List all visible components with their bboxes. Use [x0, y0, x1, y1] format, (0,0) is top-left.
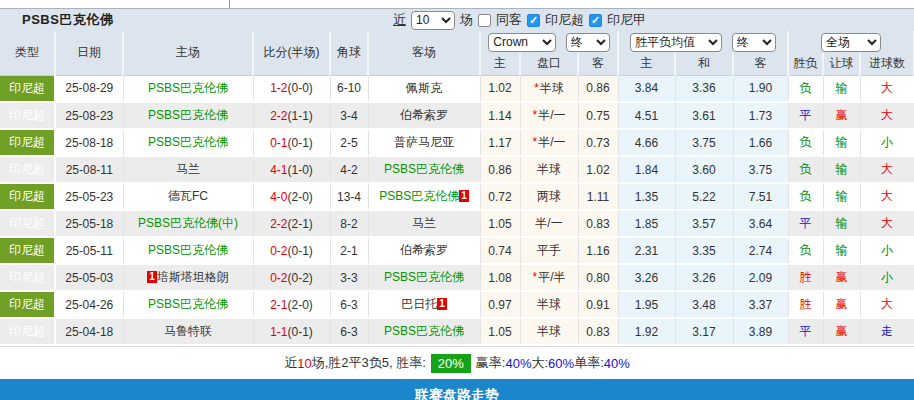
odds-away-cell: 0.80 — [578, 264, 618, 291]
avg-draw-cell: 3.75 — [675, 129, 733, 156]
league2-checkbox[interactable] — [589, 14, 602, 27]
home-team-name[interactable]: 培斯塔坦格朗 — [157, 270, 229, 284]
away-team-name[interactable]: 马兰 — [412, 216, 436, 230]
odds-home-cell: 0.72 — [480, 183, 520, 210]
date-cell: 25-04-26 — [55, 291, 123, 318]
league1-label: 印尼超 — [545, 11, 584, 29]
home-team-name[interactable]: PSBS巴克伦佛 — [148, 81, 228, 95]
result-mark: 负 — [800, 135, 812, 149]
odds-home-cell: 1.05 — [480, 318, 520, 345]
league1-checkbox[interactable] — [527, 14, 540, 27]
away-team-name[interactable]: PSBS巴克伦佛 — [384, 270, 464, 284]
fulltime-score: 4-0 — [270, 190, 287, 204]
score-cell: 0-2(0-1) — [253, 237, 330, 264]
final-select-1[interactable]: 终 — [566, 33, 610, 52]
match-row: 印尼超25-05-11PSBS巴克伦佛0-2(0-1)2-1伯希索罗0.74平手… — [0, 237, 914, 264]
avg-select[interactable]: 胜平负均值 — [630, 33, 722, 52]
fulltime-score: 0-2 — [270, 244, 287, 258]
result-wdl-cell: 胜 — [788, 264, 823, 291]
result-mark: 输 — [836, 189, 848, 203]
away-team-cell: 佩斯克 — [368, 75, 480, 102]
corner-cell: 3-3 — [330, 264, 368, 291]
home-team-name[interactable]: PSBS巴克伦佛 — [148, 108, 228, 122]
away-team-name[interactable]: 佩斯克 — [406, 81, 442, 95]
home-team-name[interactable]: PSBS巴克伦佛 — [148, 297, 228, 311]
score-cell: 1-2(0-0) — [253, 75, 330, 102]
league-cell: 印尼超 — [0, 291, 55, 318]
result-wdl-cell: 负 — [788, 129, 823, 156]
recent-count-select[interactable]: 10 — [411, 11, 455, 30]
col-res-wdl: 胜负 — [788, 53, 823, 75]
company-select[interactable]: Crown — [488, 33, 556, 52]
avg-away-cell: 3.75 — [733, 156, 788, 183]
home-team-name[interactable]: PSBS巴克伦佛 — [148, 135, 228, 149]
result-mark: 大 — [881, 216, 893, 230]
league-cell: 印尼超 — [0, 156, 55, 183]
same-away-checkbox[interactable] — [478, 14, 491, 27]
away-team-name[interactable]: PSBS巴克伦佛 — [379, 189, 459, 203]
bottom-bar-title[interactable]: 联赛盘路走势 — [0, 379, 914, 400]
corner-cell: 13-4 — [330, 183, 368, 210]
handicap-line-cell: 半球 — [520, 291, 578, 318]
result-goals-cell: 大 — [860, 156, 914, 183]
away-team-name[interactable]: PSBS巴克伦佛 — [384, 324, 464, 338]
league-cell: 印尼超 — [0, 102, 55, 129]
result-mark: 走 — [881, 324, 893, 338]
avg-home-cell: 1.85 — [618, 210, 675, 237]
result-mark: 胜 — [800, 297, 812, 311]
col-corner: 角球 — [330, 31, 368, 75]
handicap-line: 半球 — [537, 162, 561, 176]
avg-away-cell: 2.74 — [733, 237, 788, 264]
odds-away-cell: 0.75 — [578, 102, 618, 129]
away-team-name[interactable]: 普萨马尼亚 — [394, 135, 454, 149]
recent-link[interactable]: 近 — [393, 11, 406, 29]
avg-draw-cell: 3.61 — [675, 102, 733, 129]
result-mark: 负 — [800, 81, 812, 95]
result-mark: 大 — [881, 297, 893, 311]
odds-away-cell: 0.91 — [578, 291, 618, 318]
stats-segment: 场,胜2平3负5, 胜率: — [312, 354, 426, 372]
fulltime-score: 2-2 — [270, 109, 287, 123]
match-row: 印尼超25-08-18PSBS巴克伦佛0-1(0-1)2-5普萨马尼亚1.17*… — [0, 129, 914, 156]
halftime-score: (0-1) — [288, 244, 313, 258]
away-team-cell: 马兰 — [368, 210, 480, 237]
handicap-line-cell: 半球 — [520, 156, 578, 183]
scope-select[interactable]: 全场 — [821, 33, 881, 52]
home-team-name[interactable]: 马兰 — [176, 162, 200, 176]
league-cell: 印尼超 — [0, 318, 55, 345]
result-goals-cell: 大 — [860, 75, 914, 102]
score-cell: 4-1(1-0) — [253, 156, 330, 183]
league-cell: 印尼超 — [0, 264, 55, 291]
fulltime-score: 0-1 — [270, 136, 287, 150]
avg-draw-cell: 3.17 — [675, 318, 733, 345]
avg-away-cell: 3.89 — [733, 318, 788, 345]
avg-home-cell: 2.31 — [618, 237, 675, 264]
col-odds-away: 客 — [578, 53, 618, 75]
avg-select-group: 胜平负均值 终 — [618, 31, 788, 53]
home-team-name[interactable]: PSBS巴克伦佛 — [148, 243, 228, 257]
away-team-name[interactable]: 伯希索罗 — [400, 108, 448, 122]
odds-home-cell: 0.86 — [480, 156, 520, 183]
final-select-2[interactable]: 终 — [732, 33, 776, 52]
date-cell: 25-08-23 — [55, 102, 123, 129]
avg-home-cell: 1.92 — [618, 318, 675, 345]
col-home: 主场 — [123, 31, 253, 75]
handicap-line-cell: 半球 — [520, 318, 578, 345]
stats-summary: 近10场,胜2平3负5, 胜率:20%赢率:40% 大:60% 单率:40% — [0, 346, 914, 379]
result-mark: 赢 — [836, 297, 848, 311]
away-team-name[interactable]: 巴日托 — [401, 297, 437, 311]
away-team-name[interactable]: PSBS巴克伦佛 — [384, 162, 464, 176]
home-team-name[interactable]: PSBS巴克伦佛(中) — [138, 216, 238, 230]
avg-home-cell: 1.84 — [618, 156, 675, 183]
odds-home-cell: 1.14 — [480, 102, 520, 129]
home-team-name[interactable]: 德瓦FC — [168, 189, 208, 203]
result-goals-cell: 大 — [860, 291, 914, 318]
away-team-name[interactable]: 伯希索罗 — [400, 243, 448, 257]
avg-draw-cell: 3.60 — [675, 156, 733, 183]
home-team-name[interactable]: 马鲁特联 — [164, 324, 212, 338]
result-mark: 赢 — [836, 270, 848, 284]
fulltime-score: 0-2 — [270, 271, 287, 285]
corner-cell: 2-1 — [330, 237, 368, 264]
match-row: 印尼超25-04-26PSBS巴克伦佛2-1(2-0)6-3巴日托10.97半球… — [0, 291, 914, 318]
fulltime-score: 4-1 — [270, 163, 287, 177]
